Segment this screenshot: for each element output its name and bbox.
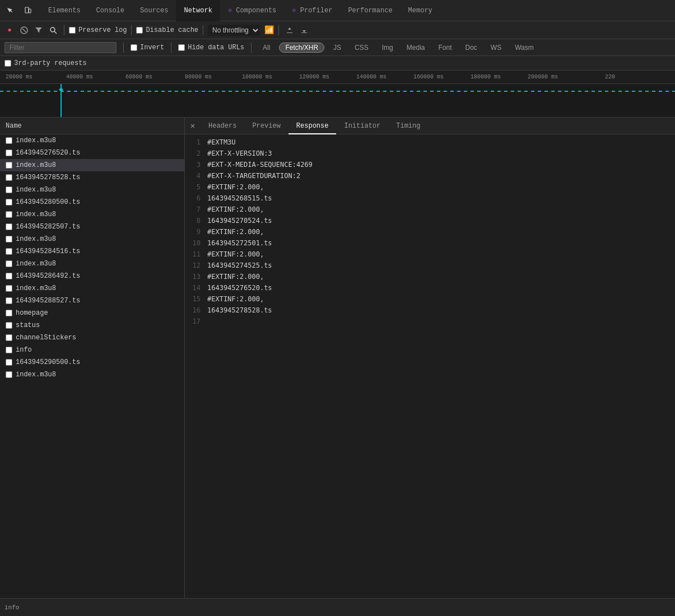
network-toolbar: ● Preserve log Disable cache No throttli… — [0, 21, 675, 39]
file-checkbox[interactable] — [6, 347, 12, 353]
file-list-scroll[interactable]: index.m3u8 1643945276520.ts index.m3u8 1… — [0, 134, 184, 616]
toolbar-separator-3 — [203, 25, 203, 35]
file-checkbox[interactable] — [6, 199, 12, 206]
preserve-log-label[interactable]: Preserve log — [69, 26, 127, 34]
file-checkbox[interactable] — [6, 285, 12, 292]
file-checkbox[interactable] — [6, 223, 12, 230]
tab-response[interactable]: Response — [288, 118, 337, 134]
file-checkbox[interactable] — [6, 174, 12, 181]
file-checkbox[interactable] — [6, 310, 12, 316]
upload-icon-button[interactable] — [283, 24, 296, 36]
filter-css[interactable]: CSS — [350, 43, 373, 53]
code-line-10: 10 1643945272501.ts — [185, 237, 675, 249]
list-item[interactable]: 1643945288527.ts — [0, 295, 184, 307]
filter-icon-button[interactable] — [32, 24, 45, 36]
filter-all[interactable]: All — [258, 43, 274, 53]
stop-button[interactable] — [18, 24, 30, 36]
components-icon: ⚛ — [228, 7, 236, 15]
filter-fetch-xhr[interactable]: Fetch/XHR — [279, 43, 324, 53]
invert-label[interactable]: Invert — [131, 44, 164, 52]
tab-sources[interactable]: Sources — [132, 0, 176, 21]
file-checkbox[interactable] — [6, 322, 12, 329]
filter-ws[interactable]: WS — [486, 43, 506, 53]
svg-rect-1 — [29, 9, 31, 13]
tab-memory[interactable]: Memory — [401, 0, 440, 21]
tab-performance[interactable]: Performance — [340, 0, 400, 21]
download-icon-button[interactable] — [298, 24, 310, 36]
list-item[interactable]: 1643945284516.ts — [0, 245, 184, 258]
tab-initiator[interactable]: Initiator — [336, 118, 388, 134]
list-item[interactable]: index.m3u8 — [0, 368, 184, 381]
cursor-icon[interactable] — [2, 3, 18, 18]
code-line-14: 14 1643945276520.ts — [185, 282, 675, 293]
close-button[interactable]: ✕ — [187, 120, 198, 132]
file-checkbox[interactable] — [6, 211, 12, 218]
throttle-select[interactable]: No throttling — [208, 25, 260, 36]
list-item[interactable]: 1643945280500.ts — [0, 196, 184, 208]
file-checkbox[interactable] — [6, 236, 12, 242]
code-line-2: 2 #EXT-X-VERSION:3 — [185, 148, 675, 159]
list-item[interactable]: status — [0, 319, 184, 332]
disable-cache-label[interactable]: Disable cache — [136, 26, 198, 34]
code-line-9: 9 #EXTINF:2.000, — [185, 226, 675, 237]
tab-elements[interactable]: Elements — [40, 0, 89, 21]
list-item[interactable]: homepage — [0, 307, 184, 319]
panel-tabs: ✕ Headers Preview Response Initiator Tim… — [185, 118, 675, 134]
third-party-label[interactable]: 3rd-party requests — [4, 59, 87, 67]
filter-doc[interactable]: Doc — [461, 43, 482, 53]
tab-console[interactable]: Console — [89, 0, 132, 21]
tab-preview[interactable]: Preview — [244, 118, 288, 134]
file-checkbox[interactable] — [6, 273, 12, 279]
tab-headers[interactable]: Headers — [201, 118, 244, 134]
file-checkbox[interactable] — [6, 371, 12, 378]
timeline-track[interactable] — [0, 84, 675, 118]
invert-checkbox[interactable] — [131, 44, 137, 51]
record-button[interactable]: ● — [3, 24, 16, 36]
response-content[interactable]: 1 #EXTM3U 2 #EXT-X-VERSION:3 3 #EXT-X-ME… — [185, 134, 675, 616]
file-checkbox[interactable] — [6, 334, 12, 341]
filter-font[interactable]: Font — [434, 43, 456, 53]
filter-input[interactable] — [4, 42, 117, 53]
file-checkbox[interactable] — [6, 260, 12, 267]
list-item[interactable]: index.m3u8 — [0, 258, 184, 270]
list-item-selected[interactable]: index.m3u8 — [0, 159, 184, 171]
code-line-8: 8 1643945270524.ts — [185, 215, 675, 226]
tab-network[interactable]: Network — [176, 0, 220, 21]
code-line-3: 3 #EXT-X-MEDIA-SEQUENCE:4269 — [185, 159, 675, 170]
tab-profiler[interactable]: ⚛ Profiler — [284, 0, 340, 21]
file-checkbox[interactable] — [6, 359, 12, 366]
timeline-cursor — [60, 84, 62, 117]
list-item[interactable]: info — [0, 344, 184, 356]
list-item[interactable]: 1643945282507.ts — [0, 221, 184, 233]
device-icon[interactable] — [20, 3, 36, 18]
file-checkbox[interactable] — [6, 162, 12, 169]
file-checkbox[interactable] — [6, 248, 12, 255]
file-checkbox[interactable] — [6, 186, 12, 193]
file-checkbox[interactable] — [6, 150, 12, 156]
filter-wasm[interactable]: Wasm — [510, 43, 538, 53]
code-line-16: 16 1643945278528.ts — [185, 305, 675, 316]
filter-js[interactable]: JS — [329, 43, 346, 53]
tab-timing[interactable]: Timing — [388, 118, 428, 134]
file-checkbox[interactable] — [6, 297, 12, 304]
filter-img[interactable]: Img — [378, 43, 398, 53]
third-party-checkbox[interactable] — [4, 60, 11, 67]
list-item[interactable]: index.m3u8 — [0, 208, 184, 221]
list-item[interactable]: 1643945290500.ts — [0, 356, 184, 368]
list-item[interactable]: 1643945276520.ts — [0, 147, 184, 159]
search-icon-button[interactable] — [47, 24, 59, 36]
preserve-log-checkbox[interactable] — [69, 27, 76, 34]
list-item[interactable]: 1643945278528.ts — [0, 171, 184, 184]
list-item[interactable]: 1643945286492.ts — [0, 270, 184, 282]
list-item[interactable]: index.m3u8 — [0, 282, 184, 295]
hide-data-urls-checkbox[interactable] — [178, 44, 185, 51]
list-item[interactable]: index.m3u8 — [0, 134, 184, 147]
list-item[interactable]: index.m3u8 — [0, 233, 184, 245]
list-item[interactable]: index.m3u8 — [0, 184, 184, 196]
hide-data-urls-label[interactable]: Hide data URLs — [178, 44, 244, 52]
filter-media[interactable]: Media — [402, 43, 430, 53]
tab-components[interactable]: ⚛ Components — [220, 0, 284, 21]
file-checkbox[interactable] — [6, 137, 12, 144]
list-item[interactable]: channelStickers — [0, 332, 184, 344]
disable-cache-checkbox[interactable] — [136, 27, 143, 34]
